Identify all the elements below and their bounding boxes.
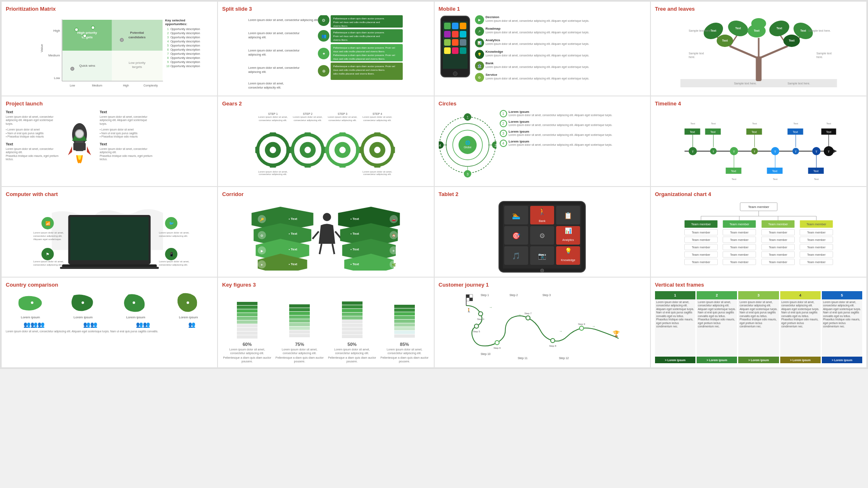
vtf-body-1: Lorem ipsum dolor sit amet, consectetur … xyxy=(655,299,695,357)
org-chart-diagram: Team member Team member Team member Team… xyxy=(655,201,862,273)
china-svg xyxy=(68,291,98,314)
svg-text:🏠: 🏠 xyxy=(392,233,396,238)
svg-text:Team member: Team member xyxy=(730,253,749,256)
matrix-svg: High Medium Low Value Low Medium High Co… xyxy=(6,15,213,89)
kf3-col-3: 50% Lorem ipsum dolor sit amet, consecte… xyxy=(327,291,377,363)
timeline4-diagram: T T T T T T T T Text Text xyxy=(655,110,862,182)
svg-text:📱: 📱 xyxy=(169,252,174,257)
svg-text:T: T xyxy=(753,150,756,153)
svg-text:Text: Text xyxy=(793,122,798,125)
svg-text:T: T xyxy=(774,150,776,154)
title-mobile1: Mobile 1 xyxy=(439,6,646,12)
svg-text:Lorem ipsum dolor sit amet,: Lorem ipsum dolor sit amet, xyxy=(248,82,284,85)
svg-text:Team member: Team member xyxy=(768,222,788,226)
service-icon: ⚙ xyxy=(475,73,484,82)
svg-text:targets: targets xyxy=(132,65,142,69)
svg-text:odio mollis placerat sed viver: odio mollis placerat sed viverra libero. xyxy=(333,72,375,75)
svg-rect-94 xyxy=(452,47,459,54)
svg-point-21 xyxy=(75,28,78,31)
svg-rect-170 xyxy=(374,163,381,168)
svg-text:Step 5: Step 5 xyxy=(473,330,480,333)
svg-text:consectetur adipiscing elit.: consectetur adipiscing elit. xyxy=(329,119,357,121)
gears-svg: STEP 1 Lorem ipsum dolor sit amet, conse… xyxy=(222,110,429,180)
svg-rect-87 xyxy=(444,31,451,37)
svg-text:Analytics: Analytics xyxy=(562,238,574,242)
svg-text:consectetur adipiscing elit.: consectetur adipiscing elit. xyxy=(159,264,188,266)
vtf-btn-2[interactable]: > Lorem ipsum xyxy=(697,357,737,363)
svg-text:Text: Text xyxy=(710,131,716,133)
svg-text:Team member: Team member xyxy=(769,261,787,264)
svg-text:Lorem ipsum dolor sit amet,: Lorem ipsum dolor sit amet, xyxy=(363,170,392,173)
svg-text:7: 7 xyxy=(167,52,169,55)
svg-text:Text: Text xyxy=(711,122,716,125)
svg-text:Text: Text xyxy=(788,39,795,42)
svg-text:T: T xyxy=(828,150,830,154)
vtf-btn-4[interactable]: > Lorem ipsum xyxy=(780,357,821,363)
mobile-phone-image xyxy=(439,15,472,87)
svg-text:Step 1: Step 1 xyxy=(480,294,489,297)
vtf-col-3: 3 Lorem ipsum dolor sit amet, consectetu… xyxy=(738,291,779,363)
svg-text:Team member: Team member xyxy=(807,253,826,256)
project-left-text: Text Lorem ipsum dolor sit amet, consect… xyxy=(6,110,59,180)
vtf-btn-3[interactable]: > Lorem ipsum xyxy=(738,357,779,363)
mobile1-content: ▶ DecisionLorem ipsum dolor sit amet, co… xyxy=(439,15,646,87)
svg-text:Lorem ipsum dolor sit amet,: Lorem ipsum dolor sit amet, xyxy=(159,231,190,234)
vtf-content: 1 Lorem ipsum dolor sit amet, consectetu… xyxy=(655,291,862,363)
phone-svg xyxy=(439,15,472,79)
svg-text:Text: Text xyxy=(690,122,695,125)
svg-text:Team member: Team member xyxy=(692,238,710,241)
svg-rect-92 xyxy=(460,39,466,46)
decision-icon: ▶ xyxy=(475,15,484,24)
cell-tree-leaves: Tree and leaves xyxy=(651,2,866,96)
vtf-body-5: Lorem ipsum dolor sit amet, consectetur … xyxy=(822,299,862,357)
mobile-items-list: ▶ DecisionLorem ipsum dolor sit amet, co… xyxy=(475,15,646,87)
svg-rect-98 xyxy=(756,56,761,81)
svg-text:Lorem ipsum dolor sit amet,: Lorem ipsum dolor sit amet, xyxy=(33,260,64,263)
svg-text:candidates: candidates xyxy=(129,35,146,39)
svg-rect-150 xyxy=(255,147,260,153)
rocket-image xyxy=(61,110,98,180)
svg-text:👥: 👥 xyxy=(321,33,327,39)
svg-line-290 xyxy=(332,244,335,254)
vtf-btn-5[interactable]: > Lorem ipsum xyxy=(822,357,862,363)
svg-text:Opportunity description: Opportunity description xyxy=(171,36,200,39)
svg-text:Opportunity description: Opportunity description xyxy=(171,48,200,51)
svg-rect-84 xyxy=(444,23,451,29)
vtf-btn-1[interactable]: > Lorem ipsum xyxy=(655,357,695,363)
svg-text:Step 4: Step 4 xyxy=(477,318,484,320)
svg-point-326 xyxy=(540,269,544,272)
svg-point-23 xyxy=(91,26,95,29)
svg-text:STEP 2: STEP 2 xyxy=(303,112,313,115)
svg-text:Medium: Medium xyxy=(92,84,102,87)
svg-text:Lorem ipsum dolor sit amet,: Lorem ipsum dolor sit amet, xyxy=(258,116,288,118)
cell-mobile1: Mobile 1 xyxy=(435,2,650,96)
svg-text:STEP 3: STEP 3 xyxy=(338,112,348,115)
svg-point-168 xyxy=(374,147,381,153)
customer-journey-diagram: Step 1 Step 2 Step 3 Step 4 Step 5 Step … xyxy=(439,291,646,363)
svg-text:Text: Text xyxy=(690,131,695,133)
svg-text:Text: Text xyxy=(710,29,716,32)
svg-rect-388 xyxy=(469,294,473,298)
svg-text:Step 11: Step 11 xyxy=(517,357,527,360)
svg-rect-163 xyxy=(339,163,346,168)
title-vertical-text-frames: Vertical text frames xyxy=(655,282,862,288)
svg-text:→: → xyxy=(517,313,521,317)
kf3-pct-2: 75% xyxy=(295,342,304,347)
svg-text:Team member: Team member xyxy=(806,222,826,226)
title-project-launch: Project launch xyxy=(6,100,213,107)
svg-text:T: T xyxy=(692,150,694,154)
main-grid: Prioritization Matrix High Medium Low Va… xyxy=(0,0,868,369)
svg-point-22 xyxy=(83,34,87,37)
svg-text:4: 4 xyxy=(167,40,169,43)
svg-text:Text: Text xyxy=(800,29,806,32)
vtf-body-3: Lorem ipsum dolor sit amet, consectetur … xyxy=(738,299,779,357)
svg-text:Pellentesque a diam quis diam : Pellentesque a diam quis diam auctor pos… xyxy=(333,31,385,34)
svg-text:Text: Text xyxy=(773,178,777,180)
svg-text:1: 1 xyxy=(167,28,169,30)
svg-text:Team member: Team member xyxy=(807,246,826,249)
svg-text:consectetur adipiscing elit.: consectetur adipiscing elit. xyxy=(33,264,63,266)
svg-text:Lorem ipsum dolor sit amet,: Lorem ipsum dolor sit amet, xyxy=(363,116,392,118)
svg-rect-91 xyxy=(452,39,459,46)
svg-text:Lorem ipsum dolor sit amet, co: Lorem ipsum dolor sit amet, consectetur … xyxy=(248,19,318,22)
svg-text:Text: Text xyxy=(826,122,831,125)
